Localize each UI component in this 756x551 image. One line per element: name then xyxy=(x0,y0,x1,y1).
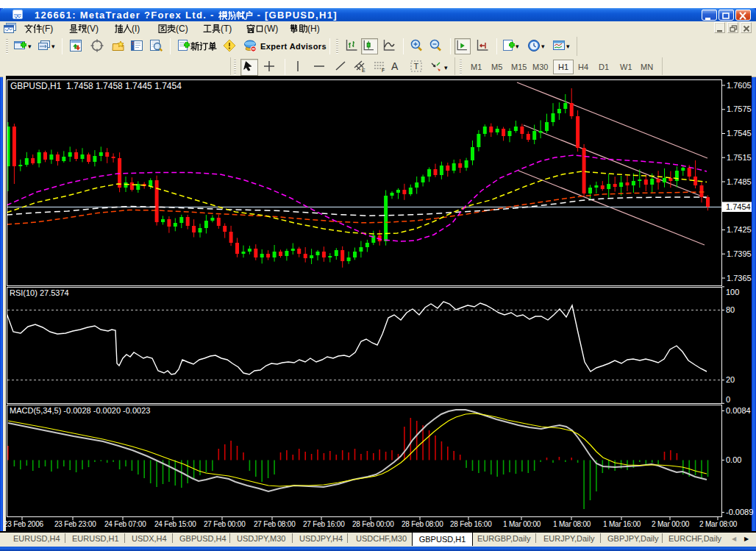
svg-text:20: 20 xyxy=(726,375,735,384)
svg-text:0: 0 xyxy=(726,395,730,404)
svg-text:1 Mar 16:00: 1 Mar 16:00 xyxy=(603,520,641,528)
svg-text:28 Feb 00:00: 28 Feb 00:00 xyxy=(352,520,394,528)
svg-text:100: 100 xyxy=(726,288,739,296)
svg-text:27 Feb 16:00: 27 Feb 16:00 xyxy=(303,520,345,528)
svg-text:2 Mar 00:00: 2 Mar 00:00 xyxy=(652,520,690,528)
svg-text:28 Feb 16:00: 28 Feb 16:00 xyxy=(450,520,492,528)
svg-text:23 Feb 23:00: 23 Feb 23:00 xyxy=(54,520,96,528)
svg-text:1.7395: 1.7395 xyxy=(727,249,752,258)
svg-text:0.00: 0.00 xyxy=(726,455,741,464)
svg-text:27 Feb 08:00: 27 Feb 08:00 xyxy=(254,520,296,528)
svg-text:1.7485: 1.7485 xyxy=(727,177,752,186)
svg-text:1 Mar 08:00: 1 Mar 08:00 xyxy=(553,520,591,528)
svg-text:27 Feb 00:00: 27 Feb 00:00 xyxy=(204,520,246,528)
svg-text:MACD(5,34,5) -0.0028 -0.0020 -: MACD(5,34,5) -0.0028 -0.0020 -0.0023 xyxy=(10,406,150,415)
svg-text:1.7515: 1.7515 xyxy=(727,153,752,162)
svg-text:23 Feb 2006: 23 Feb 2006 xyxy=(4,520,44,528)
svg-text:1.7425: 1.7425 xyxy=(727,225,752,234)
svg-text:2 Mar 08:00: 2 Mar 08:00 xyxy=(699,520,738,528)
svg-text:1.7575: 1.7575 xyxy=(727,104,752,113)
svg-text:80: 80 xyxy=(726,305,735,314)
svg-text:1.7605: 1.7605 xyxy=(727,81,752,90)
svg-text:1.7545: 1.7545 xyxy=(727,129,752,138)
svg-text:GBPUSD,H1 1.7458 1.7458 1.744: GBPUSD,H1 1.7458 1.7458 1.7445 1.7454 xyxy=(10,81,182,91)
svg-text:24 Feb 07:00: 24 Feb 07:00 xyxy=(104,520,146,528)
svg-text:1 Mar 00:00: 1 Mar 00:00 xyxy=(503,520,541,528)
svg-text:1.7454: 1.7454 xyxy=(726,202,751,211)
svg-text:1.7365: 1.7365 xyxy=(727,274,752,282)
svg-text:0.0084: 0.0084 xyxy=(726,406,751,415)
svg-text:RSI(10) 27.5374: RSI(10) 27.5374 xyxy=(10,288,69,297)
svg-text:24 Feb 15:00: 24 Feb 15:00 xyxy=(154,520,196,528)
svg-text:28 Feb 08:00: 28 Feb 08:00 xyxy=(402,520,443,528)
svg-text:-0.0089: -0.0089 xyxy=(726,508,753,516)
